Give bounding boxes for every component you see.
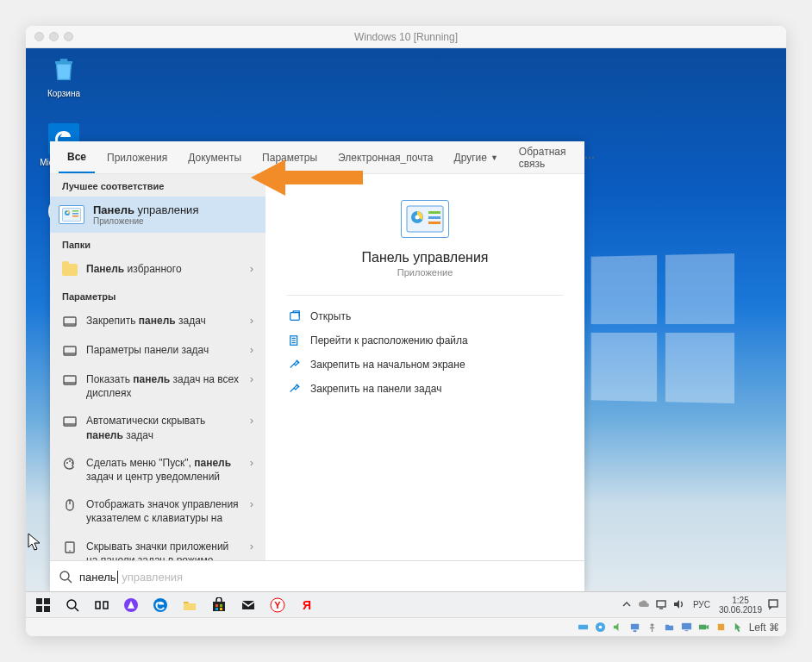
svg-point-20 — [69, 550, 71, 552]
taskbar-edge[interactable] — [147, 592, 174, 618]
tab-feedback[interactable]: Обратная связь — [510, 141, 575, 173]
host-display-icon[interactable] — [680, 621, 694, 634]
vm-window-title: Windows 10 [Running] — [26, 31, 786, 43]
tab-more[interactable]: Другие▼ — [446, 141, 507, 173]
guest-desktop[interactable]: Корзина Microsoft Edge Y Yandex Все Прил… — [26, 48, 786, 617]
taskbar-store[interactable] — [205, 592, 233, 618]
setting-taskbar-params[interactable]: Параметры панели задач › — [50, 336, 265, 365]
tray-language[interactable]: РУС — [690, 600, 714, 609]
chevron-right-icon: › — [250, 456, 253, 469]
close-dot[interactable] — [34, 32, 44, 41]
taskbar-yandex-browser[interactable]: Y — [264, 592, 291, 618]
minimize-dot[interactable] — [49, 32, 59, 41]
svg-rect-27 — [290, 313, 300, 321]
taskbar-yandex-search[interactable]: Я — [293, 592, 321, 618]
tablet-icon — [62, 540, 78, 555]
host-network-icon[interactable] — [628, 621, 642, 634]
action-file-location[interactable]: Перейти к расположению файла — [286, 328, 564, 353]
tray-notifications-icon[interactable] — [767, 598, 779, 612]
svg-rect-24 — [428, 211, 440, 214]
location-icon — [288, 334, 302, 347]
taskbar-explorer[interactable] — [176, 592, 203, 618]
tray-clock[interactable]: 1:25 30.06.2019 — [719, 596, 762, 615]
windows-taskbar: Y Я РУС 1:25 30.06.2019 — [26, 591, 786, 617]
host-key-indicator: Left ⌘ — [749, 621, 779, 634]
svg-rect-25 — [428, 216, 440, 219]
tray-onedrive-icon[interactable] — [638, 598, 650, 612]
zoom-dot[interactable] — [64, 32, 73, 41]
svg-rect-59 — [769, 600, 778, 607]
chevron-right-icon: › — [250, 314, 253, 327]
svg-rect-4 — [72, 213, 78, 215]
recycle-bin-label: Корзина — [47, 89, 80, 98]
best-match-control-panel[interactable]: Панель управления Приложение — [50, 197, 265, 233]
search-filter-tabs: Все Приложения Документы Параметры Элект… — [50, 141, 584, 174]
setting-mouse-keys-icon[interactable]: Отображать значок управления указателем … — [50, 490, 265, 532]
action-open[interactable]: Открыть — [286, 304, 564, 328]
pin-taskbar-icon — [288, 382, 302, 396]
chevron-right-icon: › — [250, 343, 253, 356]
search-suggestion-ghost: управления — [119, 571, 184, 584]
svg-point-2 — [66, 212, 68, 214]
folder-favorites-panel[interactable]: Панель избранного › — [50, 255, 265, 284]
tabs-overflow[interactable]: ⋯ — [578, 152, 602, 164]
taskbar-yandex-alice[interactable] — [117, 592, 145, 618]
start-button[interactable] — [29, 592, 57, 618]
tab-apps[interactable]: Приложения — [98, 141, 176, 173]
tab-settings[interactable]: Параметры — [253, 141, 326, 173]
action-pin-start[interactable]: Закрепить на начальном экране — [286, 353, 564, 377]
search-input[interactable]: панель управления — [50, 560, 584, 591]
section-best-match: Лучшее соответствие — [50, 174, 265, 197]
svg-text:Y: Y — [274, 600, 281, 610]
start-search-panel: Все Приложения Документы Параметры Элект… — [50, 141, 584, 591]
chevron-right-icon: › — [250, 414, 253, 427]
svg-point-62 — [599, 626, 603, 629]
folder-icon — [62, 264, 78, 276]
system-tray: РУС 1:25 30.06.2019 — [621, 596, 783, 615]
setting-autohide-taskbar[interactable]: Автоматически скрывать панель задач › — [50, 407, 265, 448]
svg-line-32 — [290, 364, 294, 367]
tab-all[interactable]: Все — [59, 141, 95, 173]
tray-chevron-up-icon[interactable] — [621, 598, 633, 612]
chevron-right-icon: › — [250, 262, 253, 275]
best-match-subtitle: Приложение — [93, 216, 198, 226]
pin-start-icon — [288, 358, 302, 372]
svg-rect-0 — [63, 209, 81, 222]
host-mouse-integration-icon[interactable] — [732, 621, 746, 634]
host-hdd-icon[interactable] — [577, 621, 590, 634]
svg-rect-40 — [36, 606, 42, 612]
host-shared-folders-icon[interactable] — [663, 621, 677, 634]
search-results-list: Лучшее соответствие Панель управления Пр… — [50, 174, 265, 560]
taskbar-mail[interactable] — [234, 592, 262, 618]
section-settings: Параметры — [50, 284, 265, 307]
host-usb-icon[interactable] — [646, 621, 659, 634]
svg-text:Я: Я — [303, 598, 311, 612]
search-icon — [59, 570, 72, 584]
tab-documents[interactable]: Документы — [179, 141, 250, 173]
host-recording-icon[interactable] — [697, 621, 711, 634]
svg-rect-60 — [578, 625, 588, 630]
windows-logo-backdrop — [591, 253, 734, 403]
setting-start-colors[interactable]: Сделать меню "Пуск", панель задач и цент… — [50, 449, 265, 490]
svg-rect-67 — [699, 625, 706, 630]
svg-rect-51 — [215, 608, 218, 610]
host-optical-icon[interactable] — [594, 621, 608, 634]
setting-show-taskbar-all-displays[interactable]: Показать панель задач на всех дисплеях › — [50, 365, 265, 407]
svg-rect-50 — [220, 604, 222, 607]
taskbar-search-button[interactable] — [59, 592, 86, 618]
svg-point-15 — [69, 460, 71, 462]
tray-volume-icon[interactable] — [672, 598, 684, 612]
task-view-button[interactable] — [88, 592, 116, 618]
svg-rect-5 — [72, 215, 78, 217]
palette-icon — [62, 456, 78, 472]
host-cpu-icon[interactable] — [715, 621, 728, 634]
host-audio-icon[interactable] — [611, 621, 625, 634]
search-typed-text: панель — [79, 571, 116, 584]
separator — [286, 295, 564, 296]
setting-hide-app-icons-tablet[interactable]: Скрывать значки приложений на панели зад… — [50, 533, 265, 561]
setting-pin-taskbar[interactable]: Закрепить панель задач › — [50, 307, 265, 336]
action-pin-taskbar[interactable]: Закрепить на панели задач — [286, 377, 564, 401]
recycle-bin[interactable]: Корзина — [38, 53, 90, 98]
tray-network-icon[interactable] — [655, 598, 667, 612]
tab-email[interactable]: Электронная_почта — [329, 141, 441, 173]
